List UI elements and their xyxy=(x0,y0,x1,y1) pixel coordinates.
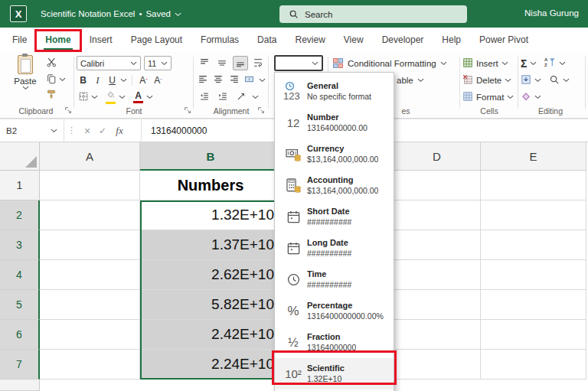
align-bottom-button[interactable] xyxy=(233,56,248,70)
cut-button[interactable] xyxy=(44,55,67,71)
insert-cells-button[interactable]: Insert xyxy=(462,56,516,70)
cell-e3[interactable] xyxy=(481,230,586,260)
select-all-corner[interactable] xyxy=(0,142,40,171)
cancel-button[interactable]: × xyxy=(80,125,95,137)
format-as-table-button[interactable]: able xyxy=(397,73,458,87)
wrap-text-button[interactable] xyxy=(251,56,266,70)
cell-e7[interactable] xyxy=(481,350,586,380)
cell-d1[interactable] xyxy=(394,171,481,200)
enter-button[interactable]: ✓ xyxy=(95,125,110,136)
shrink-font-button[interactable]: Aˇ xyxy=(152,73,165,87)
copy-button[interactable] xyxy=(44,71,67,87)
cell-e6[interactable] xyxy=(481,320,586,350)
cell-d4[interactable] xyxy=(394,260,481,290)
find-select-button[interactable] xyxy=(549,74,570,86)
column-header-a[interactable]: A xyxy=(40,142,140,171)
orientation-button[interactable] xyxy=(234,90,249,104)
menu-item-accounting[interactable]: Accounting$13,164,000,000.00 xyxy=(275,170,394,201)
font-dialog-launcher[interactable] xyxy=(184,106,193,116)
cell-b5[interactable]: 5.82E+10 xyxy=(140,290,282,320)
autosum-button[interactable]: Σ xyxy=(521,57,537,70)
cell-a3[interactable] xyxy=(40,230,140,260)
row-header-4[interactable]: 4 xyxy=(0,260,40,290)
formula-bar-handle[interactable]: ⋮ xyxy=(64,125,80,135)
tab-developer[interactable]: Developer xyxy=(373,28,433,52)
decrease-indent-button[interactable] xyxy=(197,90,212,104)
cell-d3[interactable] xyxy=(394,230,481,260)
row-header-6[interactable]: 6 xyxy=(0,320,40,350)
tab-page-layout[interactable]: Page Layout xyxy=(122,28,191,52)
borders-button[interactable] xyxy=(77,90,90,104)
menu-item-fraction[interactable]: ½ Fraction13164000000 xyxy=(275,327,394,358)
tab-review[interactable]: Review xyxy=(286,28,334,52)
insert-function-button[interactable]: fx xyxy=(110,125,129,137)
row-header-5[interactable]: 5 xyxy=(0,290,40,320)
format-painter-button[interactable] xyxy=(44,87,67,103)
tab-formulas[interactable]: Formulas xyxy=(191,28,248,52)
cell-b2-active[interactable]: 1.32E+10 xyxy=(140,200,282,230)
fill-button[interactable] xyxy=(521,74,541,86)
align-left-button[interactable] xyxy=(197,73,209,87)
number-format-select[interactable] xyxy=(274,55,323,71)
cell-d6[interactable] xyxy=(394,320,481,350)
search-input[interactable]: Search xyxy=(279,5,467,23)
font-name-select[interactable]: Calibri xyxy=(77,56,141,70)
cell-a7[interactable] xyxy=(40,350,140,380)
tab-help[interactable]: Help xyxy=(433,28,470,52)
cell-d5[interactable] xyxy=(394,290,481,320)
cell-d2[interactable] xyxy=(394,200,481,230)
menu-item-currency[interactable]: Currency$13,164,000,000.00 xyxy=(275,138,394,170)
cell-e2[interactable] xyxy=(481,200,586,230)
tab-home[interactable]: Home xyxy=(36,28,80,52)
grow-font-button[interactable]: Aˆ xyxy=(137,73,150,87)
column-header-b[interactable]: B xyxy=(140,142,282,171)
cell-e5[interactable] xyxy=(481,290,586,320)
cell-a2[interactable] xyxy=(40,200,140,230)
cell-a5[interactable] xyxy=(40,290,140,320)
tab-file[interactable]: File xyxy=(3,28,36,52)
name-box[interactable]: B2 xyxy=(0,119,64,142)
increase-indent-button[interactable] xyxy=(215,90,230,104)
tab-insert[interactable]: Insert xyxy=(80,28,122,52)
cell-e1[interactable] xyxy=(481,171,586,200)
cell-b3[interactable]: 1.37E+10 xyxy=(140,230,282,260)
cell-b1[interactable]: Numbers xyxy=(140,171,282,200)
align-center-button[interactable] xyxy=(212,73,224,87)
delete-cells-button[interactable]: Delete xyxy=(462,73,516,87)
italic-button[interactable]: I xyxy=(91,73,104,87)
align-middle-button[interactable] xyxy=(214,56,229,70)
cell-b6[interactable]: 2.42E+10 xyxy=(140,320,282,350)
cell-a4[interactable] xyxy=(40,260,140,290)
underline-button[interactable]: U xyxy=(106,73,119,87)
menu-item-time[interactable]: Time########## xyxy=(275,264,394,295)
menu-item-percentage[interactable]: % Percentage1316400000000.00% xyxy=(275,295,394,327)
row-header-7[interactable]: 7 xyxy=(0,350,40,380)
conditional-formatting-button[interactable]: Conditional Formatting xyxy=(332,57,458,70)
column-header-e[interactable]: E xyxy=(481,142,586,171)
menu-item-general[interactable]: 123 GeneralNo specific format xyxy=(275,76,394,107)
font-size-select[interactable]: 11 xyxy=(144,56,172,70)
alignment-dialog-launcher[interactable] xyxy=(257,106,266,116)
document-title[interactable]: Scientific Notation Excel • Saved xyxy=(41,9,181,18)
menu-item-long-date[interactable]: Long Date########## xyxy=(275,233,394,264)
cell-e4[interactable] xyxy=(481,260,586,290)
paste-button[interactable]: Paste xyxy=(11,55,40,106)
row-header-1[interactable]: 1 xyxy=(0,171,40,200)
merge-center-button[interactable] xyxy=(243,73,256,87)
align-right-button[interactable] xyxy=(228,73,240,87)
tab-power-pivot[interactable]: Power Pivot xyxy=(470,28,537,52)
menu-item-scientific[interactable]: 10² Scientific1.32E+10 xyxy=(275,358,394,389)
cell-a1[interactable] xyxy=(40,171,140,200)
cell-d7[interactable] xyxy=(394,350,481,380)
cell-a6[interactable] xyxy=(40,320,140,350)
bold-button[interactable]: B xyxy=(77,73,90,87)
row-header-3[interactable]: 3 xyxy=(0,230,40,260)
menu-item-short-date[interactable]: Short Date########## xyxy=(275,201,394,233)
row-header-8-partial[interactable] xyxy=(0,380,40,391)
tab-data[interactable]: Data xyxy=(248,28,286,52)
font-color-button[interactable]: A xyxy=(132,90,145,104)
column-header-d[interactable]: D xyxy=(394,142,481,171)
menu-item-number[interactable]: 12 Number13164000000.00 xyxy=(275,107,394,138)
clipboard-dialog-launcher[interactable] xyxy=(64,106,74,116)
fill-color-button[interactable] xyxy=(104,90,117,104)
